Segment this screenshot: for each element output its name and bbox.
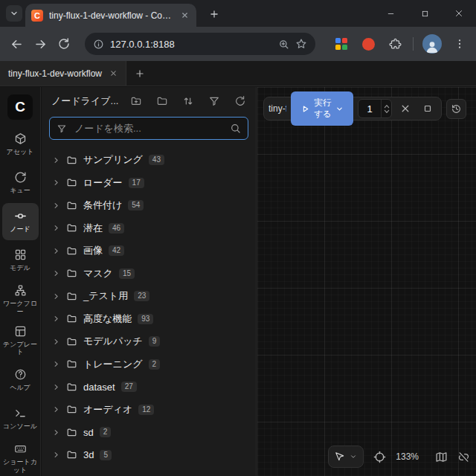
node-category-row[interactable]: 潜在 46	[42, 217, 256, 240]
node-icon	[14, 210, 27, 222]
node-category-row[interactable]: 条件付け 54	[42, 194, 256, 217]
sidebar-item-queue[interactable]: キュー	[2, 164, 39, 202]
crosshair-icon	[373, 451, 386, 463]
maximize-button[interactable]	[408, 0, 442, 27]
chevron-down-icon[interactable]	[335, 105, 344, 113]
node-category-row[interactable]: 3d 5	[42, 444, 256, 467]
search-icon[interactable]	[230, 123, 241, 134]
new-tab-button[interactable]	[207, 7, 222, 22]
close-window-button[interactable]	[442, 0, 476, 27]
terminal-icon	[14, 407, 27, 419]
fit-view-button[interactable]	[373, 451, 386, 463]
folder-icon	[66, 313, 77, 324]
node-category-row[interactable]: _テスト用 23	[42, 285, 256, 308]
sidebar-item-label: モデル	[10, 264, 30, 272]
sidebar-item-label: ショートカット	[3, 458, 38, 475]
new-folder-icon[interactable]	[130, 95, 142, 107]
chevron-right-icon	[52, 178, 60, 187]
sidebar-item-assets[interactable]: アセット	[2, 126, 39, 163]
bookmark-star-icon[interactable]	[295, 38, 307, 50]
graph-canvas[interactable]: tiny-flux-1-dev-workflow 実行する 1	[257, 87, 476, 476]
google-extension-icon[interactable]	[332, 35, 350, 53]
forward-button[interactable]	[31, 35, 49, 53]
workflow-tab-close-button[interactable]	[109, 69, 118, 77]
folder-icon	[66, 155, 77, 166]
toolbar-workflow-name[interactable]: tiny-flux-1-dev-workflow	[268, 103, 286, 114]
zoom-level[interactable]: 133%	[396, 451, 419, 462]
node-category-row[interactable]: オーディオ 12	[42, 399, 256, 422]
category-label: 高度な機能	[83, 312, 132, 326]
node-category-row[interactable]: トレーニング 2	[42, 353, 256, 376]
sidebar-item-templates[interactable]: テンプレート	[2, 321, 39, 361]
node-category-row[interactable]: マスク 15	[42, 263, 256, 286]
workflow-tab-active[interactable]: tiny-flux-1-dev-workflow	[0, 61, 126, 86]
chevron-right-icon	[52, 405, 60, 414]
maximize-icon	[421, 10, 429, 18]
stop-square-icon	[422, 103, 433, 114]
toggle-links-button[interactable]	[457, 451, 470, 463]
profile-avatar[interactable]	[422, 34, 442, 54]
node-category-row[interactable]: sd 2	[42, 421, 256, 444]
category-label: 潜在	[83, 222, 103, 235]
node-search-input[interactable]	[73, 122, 224, 135]
tab-search-button[interactable]	[6, 5, 22, 22]
filter-icon[interactable]	[57, 123, 67, 134]
sidebar-item-models[interactable]: モデル	[2, 242, 39, 279]
new-workflow-button[interactable]	[126, 61, 153, 86]
sidebar-item-console[interactable]: コンソール	[2, 400, 39, 437]
zoom-icon[interactable]	[278, 39, 289, 50]
minimize-button[interactable]	[373, 0, 408, 27]
node-category-row[interactable]: モデルパッチ 9	[42, 330, 256, 353]
chevron-right-icon	[52, 360, 60, 368]
sidebar-item-shortcuts[interactable]: ショートカット	[2, 439, 39, 476]
back-button[interactable]	[7, 35, 25, 53]
node-library-panel: ノードライブ... サンプリング 43	[42, 87, 257, 476]
node-category-row[interactable]: dataset 27	[42, 376, 256, 399]
browser-tab[interactable]: C tiny-flux-1-dev-workflow - ComfyUI	[25, 4, 196, 27]
clear-queue-button[interactable]	[396, 100, 414, 118]
map-icon	[435, 451, 448, 463]
sidebar-item-label: テンプレート	[3, 341, 38, 357]
reload-button[interactable]	[55, 35, 73, 53]
chevron-right-icon	[52, 428, 60, 437]
puzzle-icon	[389, 38, 402, 51]
site-info-icon[interactable]	[93, 39, 104, 50]
chevron-down-icon[interactable]	[384, 109, 390, 114]
minimap-toggle-button[interactable]	[435, 451, 448, 463]
chevron-right-icon	[52, 383, 60, 391]
run-workflow-button[interactable]: 実行する	[291, 91, 353, 126]
run-button-label: 実行する	[313, 97, 332, 120]
node-category-row[interactable]: ローダー 17	[42, 172, 256, 195]
node-category-row[interactable]: 画像 42	[42, 239, 256, 263]
folder-icon	[66, 449, 77, 460]
category-label: 画像	[83, 244, 103, 257]
sort-icon[interactable]	[182, 95, 194, 107]
close-icon	[400, 103, 411, 114]
chevron-right-icon	[52, 247, 60, 255]
workflow-tabbar: tiny-flux-1-dev-workflow	[0, 61, 476, 86]
pointer-tool-button[interactable]	[328, 446, 364, 468]
comfyui-logo[interactable]: C	[7, 94, 33, 120]
stop-button[interactable]	[419, 100, 437, 118]
sidebar-item-workflows[interactable]: ワークフロー	[2, 280, 39, 320]
sidebar-item-nodes[interactable]: ノード	[2, 203, 39, 240]
sidebar-item-help[interactable]: ヘルプ	[2, 361, 39, 399]
category-label: sd	[83, 427, 94, 438]
node-category-row[interactable]: サンプリング 43	[42, 149, 256, 172]
browser-menu-button[interactable]	[451, 35, 469, 53]
extensions-button[interactable]	[386, 35, 404, 53]
url-bar[interactable]: 127.0.0.1:8188	[85, 33, 315, 55]
chevron-down-icon[interactable]	[350, 453, 357, 460]
filter-icon[interactable]	[208, 95, 220, 107]
category-label: ローダー	[83, 176, 123, 190]
sidebar-item-label: キュー	[10, 187, 30, 195]
batch-count-stepper[interactable]: 1	[358, 99, 392, 118]
tab-close-button[interactable]	[178, 10, 190, 22]
category-count-badge: 93	[138, 314, 153, 324]
refresh-icon[interactable]	[234, 95, 246, 107]
folder-icon[interactable]	[156, 95, 168, 107]
chevron-up-icon[interactable]	[384, 104, 390, 109]
history-button[interactable]	[446, 99, 466, 119]
red-extension-icon[interactable]	[359, 35, 377, 53]
node-category-row[interactable]: 高度な機能 93	[42, 308, 256, 331]
